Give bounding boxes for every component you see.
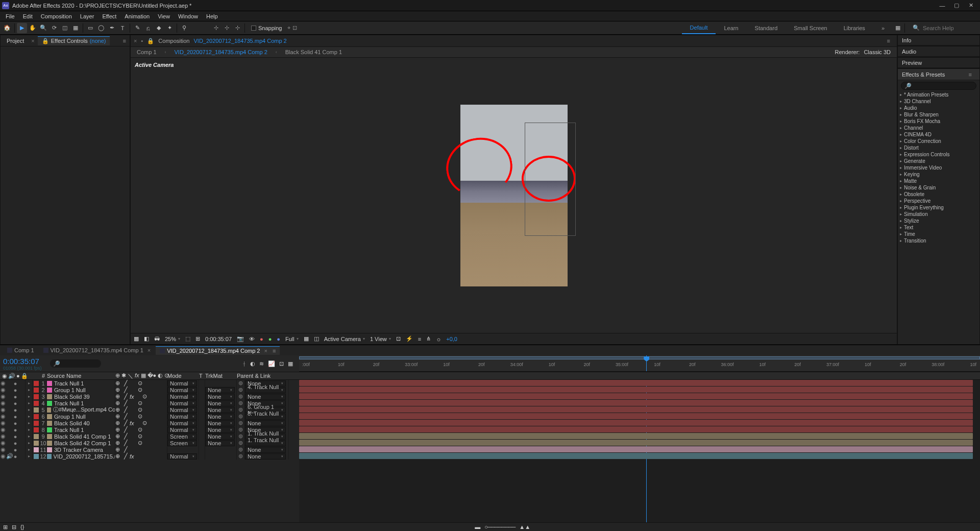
effect-category[interactable]: ▸Simulation [898, 211, 979, 218]
effect-category[interactable]: ▸Immersive Video [898, 164, 979, 171]
eraser-tool[interactable]: ◆ [154, 23, 164, 33]
pickwhip-icon[interactable]: ⊚ [238, 406, 243, 413]
pickwhip-icon[interactable]: ⊚ [238, 420, 243, 426]
comp-button-icon[interactable]: ▦ [288, 360, 293, 367]
frame-blend-icon[interactable]: ◐ [250, 360, 255, 367]
channel-icon[interactable]: ● [260, 336, 263, 342]
layer-name[interactable]: Track Null 1 [54, 427, 84, 433]
visibility-toggle[interactable]: ◉ [0, 393, 6, 400]
3d-layer-icon[interactable]: ⊙ [142, 420, 147, 426]
layer-color-swatch[interactable] [47, 388, 52, 393]
effect-category[interactable]: ▸Plugin Everything [898, 204, 979, 211]
close-button[interactable]: ✕ [964, 1, 978, 10]
lock-icon[interactable]: 🔒 [147, 38, 154, 44]
maximize-button[interactable]: ▢ [949, 1, 964, 10]
pickwhip-icon[interactable]: ⊚ [238, 440, 243, 446]
snapshot-icon[interactable]: 📷 [237, 335, 244, 342]
menu-view[interactable]: View [154, 13, 174, 19]
visibility-toggle[interactable]: ◉ [0, 446, 6, 453]
playhead[interactable] [646, 355, 647, 371]
layer-name[interactable]: ⓘ#Мице...Sport.mp4 Comp 1 [53, 406, 115, 414]
trkmat-dropdown[interactable]: None▾ [205, 440, 235, 446]
resolution-dropdown[interactable]: Full▾ [285, 336, 299, 342]
timeline-tab[interactable]: VID_20200712_184735.mp4 Comp 2 × ≡ [156, 346, 280, 355]
twirl-icon[interactable]: ▸ [28, 441, 30, 445]
breadcrumb[interactable]: VID_20200712_184735.mp4 Comp 2 [175, 49, 267, 55]
workspace-learn[interactable]: Learn [716, 21, 746, 34]
puppet-tool[interactable]: ⚲ [179, 23, 189, 33]
blend-mode-dropdown[interactable]: Normal▾ [167, 387, 197, 393]
layer-color-swatch[interactable] [47, 394, 52, 399]
effect-category[interactable]: ▸Matte [898, 178, 979, 184]
effect-category[interactable]: ▸Expression Controls [898, 151, 979, 158]
blend-mode-dropdown[interactable]: Normal▾ [167, 400, 197, 406]
res-down-icon[interactable]: ⬚ [185, 335, 190, 342]
parent-dropdown[interactable]: 8. Track Null .▾ [245, 414, 286, 420]
trkmat-dropdown[interactable]: None▾ [205, 414, 235, 420]
snap-opt-2-icon[interactable]: ⊡ [292, 25, 297, 31]
panel-menu-icon[interactable]: ≡ [884, 38, 894, 44]
selection-tool[interactable]: ▶ [17, 23, 27, 33]
layer-bar[interactable] [299, 406, 973, 413]
effect-category[interactable]: ▸Boris FX Mocha [898, 118, 979, 125]
effect-category[interactable]: ▸Obsolete [898, 191, 979, 198]
twirl-icon[interactable]: ▸ [28, 407, 30, 412]
workspace-standard[interactable]: Standard [747, 21, 786, 34]
twirl-icon[interactable]: ▸ [28, 427, 30, 432]
minimize-button[interactable]: — [935, 1, 949, 10]
3d-layer-icon[interactable]: ⊙ [142, 393, 147, 400]
zoom-out-icon[interactable]: ▬ [475, 524, 480, 530]
effect-category[interactable]: ▸Text [898, 224, 979, 231]
axis-view-icon[interactable]: ⊹ [232, 23, 242, 33]
layer-bar[interactable] [299, 440, 973, 446]
layer-name[interactable]: Black Solid 41 Comp 1 [54, 433, 111, 440]
effect-category[interactable]: ▸Blur & Sharpen [898, 111, 979, 118]
exposure-reset-icon[interactable]: ☼ [436, 336, 441, 342]
pixel-aspect-icon[interactable]: ⊡ [396, 335, 401, 342]
layer-bar[interactable] [299, 413, 973, 419]
effect-category[interactable]: ▸Stylize [898, 218, 979, 224]
3d-layer-icon[interactable]: ⊙ [138, 406, 142, 413]
menu-window[interactable]: Window [175, 13, 202, 19]
effect-category[interactable]: ▸* Animation Presets [898, 91, 979, 98]
trkmat-dropdown[interactable]: None▾ [205, 394, 235, 400]
panel-menu-icon[interactable]: ≡ [966, 71, 975, 78]
tab-preview[interactable]: Preview [898, 58, 979, 68]
tab-audio[interactable]: Audio [898, 46, 979, 57]
pickwhip-icon[interactable]: ⊚ [238, 387, 243, 393]
trkmat-dropdown[interactable]: None▾ [205, 420, 235, 426]
panel-close-icon[interactable]: × [31, 38, 34, 44]
pickwhip-icon[interactable]: ⊚ [238, 426, 243, 433]
3d-layer-icon[interactable]: ⊙ [138, 426, 142, 433]
layer-name[interactable]: Black Solid 39 [54, 394, 90, 400]
effects-search[interactable]: 🔎 [901, 82, 976, 90]
views-dropdown[interactable]: 1 View▾ [370, 336, 391, 342]
blend-mode-dropdown[interactable]: Screen▾ [167, 440, 197, 446]
orbit-tool[interactable]: ⟳ [49, 23, 59, 33]
3d-layer-icon[interactable]: ⊙ [138, 387, 142, 393]
search-help[interactable]: 🔍 [906, 25, 980, 31]
snapping-toggle[interactable]: Snapping ⌖ ⊡ [251, 25, 297, 31]
toggle-modes-icon[interactable]: ⊟ [12, 524, 16, 530]
3d-layer-icon[interactable]: ⊙ [138, 433, 142, 440]
tab-effect-controls[interactable]: 🔒 Effect Controls (none) [38, 36, 110, 45]
pickwhip-icon[interactable]: ⊚ [238, 453, 243, 460]
blend-mode-dropdown[interactable]: Normal▾ [167, 414, 197, 420]
pen-tool[interactable]: ✒ [107, 23, 117, 33]
ellipse-tool[interactable]: ◯ [96, 23, 106, 33]
effect-category[interactable]: ▸Transition [898, 237, 979, 244]
menu-file[interactable]: File [2, 13, 18, 19]
roi-icon[interactable]: ◫ [314, 335, 319, 342]
timeline-current-time[interactable]: 0:00:35:07 [3, 357, 42, 366]
visibility-toggle[interactable]: ◉ [0, 426, 6, 433]
trkmat-dropdown[interactable]: None▾ [205, 407, 235, 413]
layer-bar[interactable] [299, 387, 973, 393]
roto-tool[interactable]: ✦ [164, 23, 175, 33]
exposure-value[interactable]: +0,0 [446, 336, 457, 342]
breadcrumb[interactable]: Black Solid 41 Comp 1 [285, 49, 342, 55]
parent-dropdown[interactable]: 4. Track Null .▾ [245, 387, 286, 393]
layer-row[interactable]: ◉ ● ▸2Group 1 Null⊕ ╱ ⊙Normal▾None▾⊚4. T… [0, 387, 299, 393]
comp-viewer[interactable]: Active Camera [131, 58, 897, 333]
panel-menu-icon[interactable]: ≡ [120, 38, 130, 44]
axis-world-icon[interactable]: ⊹ [222, 23, 232, 33]
